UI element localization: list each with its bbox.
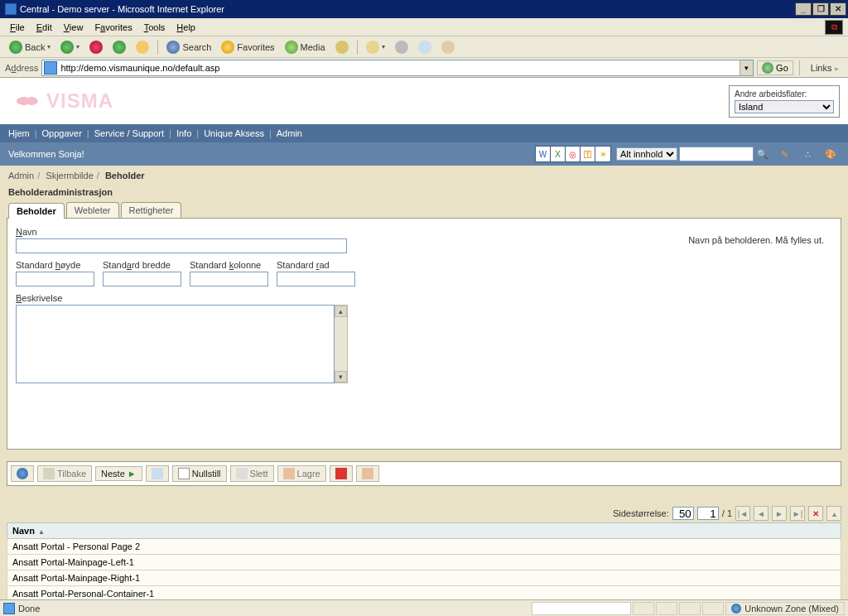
stop-button[interactable] <box>85 38 107 56</box>
search-input[interactable] <box>679 147 754 161</box>
palette-icon[interactable]: 🎨 <box>822 145 840 163</box>
key-icon[interactable]: ⚿ <box>581 147 595 161</box>
nav-aksess[interactable]: Unique Aksess <box>204 128 264 138</box>
menu-help[interactable]: Help <box>171 21 200 34</box>
textarea-scrollbar[interactable]: ▴▾ <box>335 305 348 383</box>
nav-service[interactable]: Service / Support <box>94 128 164 138</box>
history-button[interactable] <box>331 38 353 56</box>
maximize-button[interactable]: ❐ <box>812 2 829 16</box>
form-panel: Navn på beholderen. Må fylles ut. Navn S… <box>7 218 841 450</box>
menu-favorites[interactable]: Favorites <box>89 21 137 34</box>
save-button[interactable]: Lagre <box>277 465 326 482</box>
refresh-button[interactable] <box>108 38 130 56</box>
sun-icon[interactable]: ☀ <box>595 147 610 161</box>
address-input[interactable] <box>59 61 740 75</box>
nav-info[interactable]: Info <box>176 128 191 138</box>
lookup-button[interactable] <box>146 465 169 482</box>
home-button[interactable] <box>132 38 153 56</box>
tab-rettigheter[interactable]: Rettigheter <box>121 202 182 218</box>
go-button[interactable]: Go <box>757 60 793 75</box>
menu-bar: File Edit View Favorites Tools Help ⧉ <box>0 18 848 36</box>
status-pane-3 <box>679 602 701 615</box>
crumb-skjermbilde[interactable]: Skjermbilde <box>46 171 93 180</box>
menu-file[interactable]: File <box>5 21 30 34</box>
grid-pager: Sidestørrelse: / 1 |◄ ◄ ► ►| ✕ ▴ <box>7 506 841 521</box>
favorites-button[interactable]: Favorites <box>217 38 278 56</box>
pager-prev[interactable]: ◄ <box>754 506 768 521</box>
edit-ext-button[interactable] <box>414 38 436 56</box>
workspace-selector: Andre arbeidsflater: Island <box>729 85 840 118</box>
tabs: Beholder Webleter Rettigheter <box>0 202 848 218</box>
welcome-text: Velkommen Sonja! <box>8 149 84 159</box>
grid-scroll-up[interactable]: ▴ <box>826 506 841 521</box>
globe-icon <box>731 604 741 614</box>
browser-toolbar: Back▾ ▾ Search Favorites Media ▾ <box>0 36 848 58</box>
forward-button[interactable]: ▾ <box>56 38 84 56</box>
edit-tool-icon[interactable]: ✎ <box>775 145 793 163</box>
input-std-bredde[interactable] <box>103 272 181 286</box>
pagesize-input[interactable] <box>672 507 694 520</box>
label-beskrivelse: Beskrivelse <box>16 293 832 303</box>
flag-button[interactable] <box>330 465 353 482</box>
minimize-button[interactable]: _ <box>795 2 812 16</box>
nav-admin[interactable]: Admin <box>277 128 302 138</box>
workspace-dropdown[interactable]: Island <box>735 100 834 113</box>
sitemap-icon[interactable]: ⛬ <box>798 145 817 163</box>
ie-icon <box>5 3 17 15</box>
menu-view[interactable]: View <box>59 21 89 34</box>
word-icon[interactable]: W <box>536 147 551 161</box>
links-button[interactable]: Links » <box>806 61 843 75</box>
delete-button[interactable]: Slett <box>230 465 274 482</box>
page-input[interactable] <box>697 507 719 520</box>
page-total: / 1 <box>722 508 732 518</box>
progress-pane <box>532 602 631 615</box>
textarea-beskrivelse[interactable] <box>16 305 335 383</box>
back-form-button[interactable]: Tilbake <box>37 465 92 482</box>
grid-row[interactable]: Ansatt Portal-Mainpage-Left-1 <box>7 555 841 570</box>
address-bar: Address ▾ Go Links » <box>0 58 848 78</box>
help-button[interactable] <box>11 465 34 482</box>
status-text: Done <box>18 604 40 614</box>
search-button[interactable]: Search <box>162 38 215 56</box>
crumb-current: Beholder <box>105 171 145 180</box>
input-std-kolonne[interactable] <box>190 272 268 286</box>
back-button[interactable]: Back▾ <box>5 38 55 56</box>
menu-tools[interactable]: Tools <box>139 21 171 34</box>
label-std-hoyde: Standard høyde <box>16 260 94 270</box>
pager-last[interactable]: ►| <box>790 506 805 521</box>
pager-clear[interactable]: ✕ <box>808 506 823 521</box>
grid-row[interactable]: Ansatt Portal-Mainpage-Right-1 <box>7 570 841 586</box>
next-button[interactable]: Neste ► <box>95 466 142 481</box>
target-icon[interactable]: ◎ <box>566 147 581 161</box>
discuss-button[interactable] <box>437 38 459 56</box>
search-icon[interactable]: 🔍 <box>755 147 770 161</box>
page-content: VISMA Andre arbeidsflater: Island Hjem| … <box>0 78 848 599</box>
tab-beholder[interactable]: Beholder <box>8 203 65 219</box>
grid-header-navn[interactable]: Navn▲ <box>7 522 841 539</box>
input-std-rad[interactable] <box>277 272 355 286</box>
input-std-hoyde[interactable] <box>16 272 94 286</box>
status-pane-2 <box>656 602 677 615</box>
pager-first[interactable]: |◄ <box>735 506 750 521</box>
address-dropdown[interactable]: ▾ <box>740 60 753 75</box>
address-label: Address <box>5 63 38 73</box>
excel-icon[interactable]: X <box>551 147 566 161</box>
wizard-button[interactable] <box>356 465 379 482</box>
crumb-admin[interactable]: Admin <box>8 171 34 180</box>
media-button[interactable]: Media <box>281 38 330 56</box>
close-button[interactable]: ✕ <box>830 2 846 16</box>
pager-next[interactable]: ► <box>772 506 787 521</box>
input-navn[interactable] <box>16 238 347 253</box>
nav-oppgaver[interactable]: Oppgaver <box>42 128 82 138</box>
reset-button[interactable]: Nullstill <box>172 465 227 482</box>
menu-edit[interactable]: Edit <box>31 21 57 34</box>
section-title: Beholderadministrasjon <box>0 185 848 202</box>
tab-webleter[interactable]: Webleter <box>66 202 119 218</box>
grid-row[interactable]: Ansatt Portal - Personal Page 2 <box>7 539 841 555</box>
print-button[interactable] <box>391 38 412 56</box>
ie-small-icon <box>3 603 15 614</box>
search-scope-select[interactable]: Alt innhold <box>616 147 677 161</box>
mail-button[interactable]: ▾ <box>362 38 389 56</box>
nav-hjem[interactable]: Hjem <box>8 128 30 138</box>
grid-row[interactable]: Ansatt Portal-Personal-Container-1 <box>7 586 841 599</box>
